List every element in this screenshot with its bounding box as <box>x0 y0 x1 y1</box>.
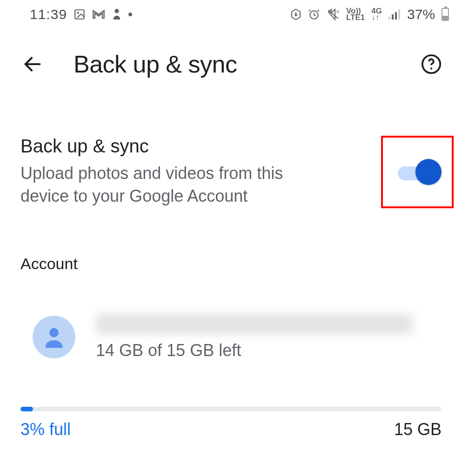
alarm-icon <box>308 8 320 20</box>
account-section-header: Account <box>0 208 462 273</box>
backup-sync-setting[interactable]: Back up & sync Upload photos and videos … <box>0 91 462 208</box>
battery-icon <box>442 8 449 21</box>
account-row[interactable]: 14 GB of 15 GB left <box>0 273 462 360</box>
network1-indicator: Vo)) LTE1 <box>346 8 365 21</box>
avatar <box>33 316 75 358</box>
svg-rect-5 <box>392 14 394 20</box>
svg-point-9 <box>430 67 432 69</box>
app-bar: Back up & sync <box>0 29 462 91</box>
status-bar: 11:39 Vo)) LTE1 4G ↓↑ <box>0 0 462 29</box>
svg-rect-7 <box>398 9 400 20</box>
svg-point-2 <box>114 9 119 13</box>
image-icon <box>74 8 86 20</box>
back-button[interactable] <box>20 52 45 76</box>
svg-point-10 <box>49 328 59 337</box>
status-time: 11:39 <box>30 7 67 22</box>
storage-progress-fill <box>20 407 33 411</box>
svg-rect-6 <box>395 12 397 20</box>
page-title: Back up & sync <box>74 50 237 78</box>
setting-title: Back up & sync <box>20 136 372 157</box>
arrow-left-icon <box>22 53 43 75</box>
battery-percent: 37% <box>407 7 435 22</box>
help-circle-icon <box>421 53 442 75</box>
vibrate-icon <box>327 8 340 20</box>
storage-percent-full: 3% full <box>20 420 71 439</box>
person-icon <box>41 324 67 350</box>
update-icon <box>290 8 301 20</box>
gmail-icon <box>92 9 105 20</box>
account-storage-text: 14 GB of 15 GB left <box>96 341 442 360</box>
backup-sync-toggle[interactable] <box>398 163 437 181</box>
account-email-redacted <box>96 314 412 334</box>
more-notifications-dot <box>128 13 132 16</box>
svg-rect-4 <box>388 17 390 20</box>
storage-progress-bar <box>20 407 442 411</box>
svg-rect-0 <box>75 10 84 19</box>
storage-labels: 3% full 15 GB <box>20 420 442 439</box>
storage-total: 15 GB <box>394 420 442 439</box>
svg-point-1 <box>77 12 79 14</box>
help-button[interactable] <box>419 52 443 76</box>
setting-subtitle: Upload photos and videos from this devic… <box>20 162 318 207</box>
network2-indicator: 4G ↓↑ <box>371 8 382 21</box>
signal-icon <box>388 9 401 20</box>
person-icon <box>112 8 122 20</box>
highlight-box <box>381 136 454 208</box>
